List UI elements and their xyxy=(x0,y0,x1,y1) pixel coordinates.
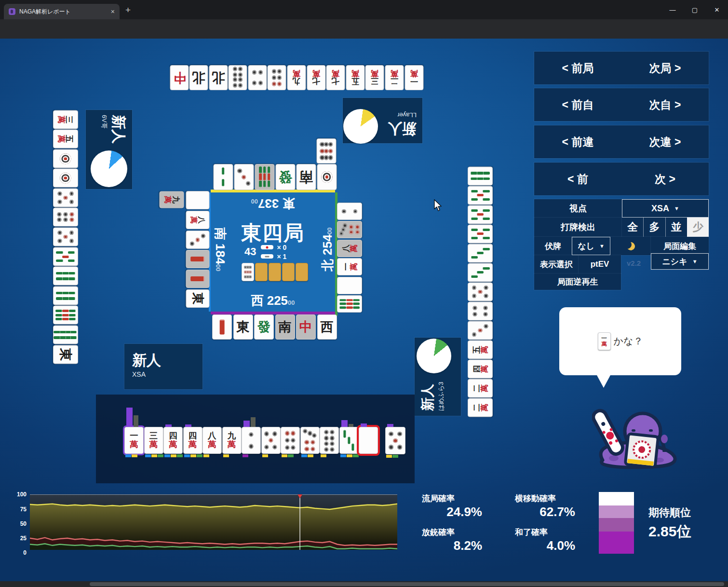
mahjong-tile-1s xyxy=(186,250,209,268)
stat-label-hora: 和了確率 xyxy=(515,527,548,538)
prev-self-button[interactable]: < 前自 xyxy=(534,97,621,112)
hand-tile-slot[interactable] xyxy=(385,427,405,454)
dahai-option-few[interactable]: 少 xyxy=(687,218,709,237)
stat-value-yokoido: 62.7% xyxy=(515,505,575,519)
mahjong-tile-5s xyxy=(53,247,78,266)
naga-rating-bar xyxy=(126,408,133,427)
mahjong-tile-2p[interactable] xyxy=(242,427,261,454)
mahjong-tile-9m[interactable]: 九萬 xyxy=(222,427,242,454)
next-self-button[interactable]: 次自 > xyxy=(621,97,709,112)
probability-chart[interactable] xyxy=(30,494,397,550)
stat-value-hora: 4.0% xyxy=(515,538,575,553)
mahjong-tile-1m[interactable]: 一萬 xyxy=(124,427,144,454)
mahjong-tile-Wh[interactable] xyxy=(359,427,378,454)
next-step-button[interactable]: 次 > xyxy=(621,172,709,187)
next-diff-button[interactable]: 次違 > xyxy=(621,135,709,150)
player-pie-left xyxy=(91,150,127,187)
mahjong-tile-back xyxy=(282,263,295,281)
mahjong-tile-4m[interactable]: 四萬 xyxy=(163,427,183,454)
mahjong-tile-1m: 一萬 xyxy=(598,332,611,350)
mahjong-tile-5p[interactable] xyxy=(385,427,405,454)
player-rank: 新人 xyxy=(377,119,417,138)
ai-choice-marks xyxy=(125,454,137,457)
player-plate-bottom: 新人 XSA xyxy=(124,344,202,389)
mahjong-tile-7p[interactable] xyxy=(300,427,320,454)
tab-close-icon[interactable]: × xyxy=(111,8,115,15)
mahjong-tile-5p[interactable] xyxy=(261,427,281,454)
hand-tile-slot[interactable] xyxy=(339,427,359,454)
chevron-down-icon: ▼ xyxy=(692,259,698,264)
hand-tile-slot[interactable] xyxy=(300,427,320,454)
ai-choice-marks xyxy=(145,454,163,457)
mahjong-tile-3s xyxy=(468,244,493,262)
expected-rank-value: 2.85位 xyxy=(648,522,691,542)
bubble-tail xyxy=(597,375,610,388)
prev-step-button[interactable]: < 前 xyxy=(534,172,621,187)
hand-tile-slot[interactable]: 九萬 xyxy=(222,427,242,454)
ai-choice-marks xyxy=(301,454,313,457)
mahjong-tile-9s xyxy=(337,295,362,313)
mahjong-tile-9p xyxy=(242,263,254,281)
window-maximize-button[interactable]: ▢ xyxy=(684,0,706,19)
mahjong-tile-2m: 二萬 xyxy=(468,398,493,417)
ptev-button[interactable]: ptEV xyxy=(579,255,621,273)
mahjong-tile-5p xyxy=(468,282,493,301)
mahjong-tile-3m[interactable]: 三萬 xyxy=(144,427,163,454)
mahjong-tile-1s xyxy=(212,314,232,340)
mahjong-tile-4m[interactable]: 四萬 xyxy=(183,427,202,454)
mahjong-tile-3s[interactable] xyxy=(339,427,359,454)
naga-rating-bar xyxy=(341,420,348,427)
hand-tile-slot[interactable]: 四萬 xyxy=(163,427,183,454)
dahai-option-normal[interactable]: 並 xyxy=(665,218,687,237)
mahjong-tile-1s xyxy=(186,270,209,288)
scrollbar-thumb[interactable] xyxy=(90,582,724,586)
mahjong-tile-8m[interactable]: 八萬 xyxy=(202,427,222,454)
mahjong-tile-2m: 二萬 xyxy=(468,379,493,397)
hand-tile-slot[interactable] xyxy=(359,427,378,454)
prev-diff-button[interactable]: < 前違 xyxy=(534,135,621,150)
board-edit-button[interactable]: 局面編集 xyxy=(651,237,709,255)
hand-tile-slot[interactable]: 八萬 xyxy=(202,427,222,454)
viewpoint-select[interactable]: XSA▼ xyxy=(622,199,709,218)
hand-tile-slot[interactable]: 三萬 xyxy=(144,427,163,454)
new-tab-button[interactable]: + xyxy=(125,5,131,15)
mahjong-tile-E: 東 xyxy=(233,314,253,340)
hand-tile-slot[interactable]: 四萬 xyxy=(183,427,202,454)
ai-choice-marks xyxy=(184,454,202,457)
window-minimize-button[interactable]: — xyxy=(661,0,684,19)
mahjong-tile-R: 中 xyxy=(170,65,189,90)
mahjong-tile-1p xyxy=(53,169,78,188)
hand-tile-slot[interactable]: 一萬 xyxy=(124,427,144,454)
browser-tab[interactable]: NAGA解析レポート × xyxy=(4,4,120,19)
dahai-option-many[interactable]: 多 xyxy=(643,218,665,237)
stat-label-yokoido: 横移動確率 xyxy=(515,493,556,504)
window-close-button[interactable]: ✕ xyxy=(706,0,728,19)
model-select[interactable]: ニシキ▼ xyxy=(651,253,709,270)
naga-snake-mascot xyxy=(592,406,688,471)
mahjong-tile-Wh xyxy=(186,191,209,209)
mahjong-tile-E: 東 xyxy=(186,289,209,308)
reverse-play-button[interactable]: 局面逆再生 xyxy=(534,273,621,290)
fusehai-select[interactable]: なし▼ xyxy=(572,237,610,255)
mahjong-tile-8p[interactable] xyxy=(320,427,339,454)
horizontal-scrollbar[interactable] xyxy=(0,581,728,587)
dark-mode-button[interactable] xyxy=(610,237,651,255)
mahjong-tile-3p xyxy=(234,164,254,190)
mahjong-tile-S: 南 xyxy=(275,314,295,340)
hand-tile-slot[interactable] xyxy=(242,427,261,454)
mahjong-tile-9s xyxy=(53,306,78,325)
mahjong-tile-5m: 五萬 xyxy=(346,65,364,90)
prev-round-button[interactable]: < 前局 xyxy=(534,61,621,76)
next-round-button[interactable]: 次局 > xyxy=(621,61,709,76)
hand-tile-slot[interactable] xyxy=(281,427,300,454)
rank-bar-segment xyxy=(599,505,634,518)
mahjong-tile-8s xyxy=(53,326,78,344)
dahai-option-all[interactable]: 全 xyxy=(622,218,643,237)
mahjong-tile-6p[interactable] xyxy=(281,427,300,454)
hand-tile-slot[interactable] xyxy=(320,427,339,454)
hand-tile-slot[interactable] xyxy=(261,427,281,454)
mahjong-tile-1m: 一萬 xyxy=(337,258,362,275)
board-info: 43 × 0 × 1 xyxy=(244,244,286,260)
mahjong-tile-Wh xyxy=(337,277,362,294)
fusehai-label: 伏牌 xyxy=(534,237,572,255)
